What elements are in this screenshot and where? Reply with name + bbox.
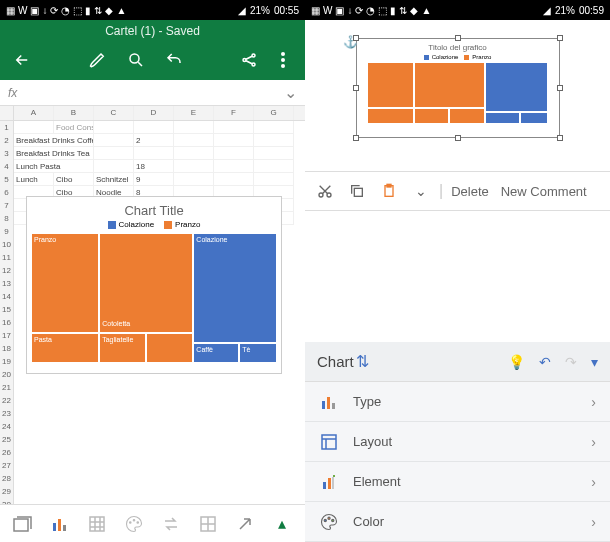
menu-item-element[interactable]: Element › xyxy=(305,462,610,502)
lightbulb-icon[interactable]: 💡 xyxy=(508,354,525,370)
sheet-tabs-icon[interactable] xyxy=(11,512,35,536)
svg-rect-23 xyxy=(332,403,335,409)
svg-rect-7 xyxy=(14,519,28,531)
mini-chart-title: Titolo del grafico xyxy=(367,43,549,52)
svg-point-4 xyxy=(281,52,285,56)
battery-label: 21% xyxy=(250,5,270,16)
svg-point-2 xyxy=(252,54,255,57)
clock-label: 00:55 xyxy=(274,5,299,16)
svg-rect-10 xyxy=(63,525,66,531)
chart-menu: Chart ⇅ 💡 ↶ ↷ ▾ Type › Layout › Element … xyxy=(305,342,610,542)
formula-bar[interactable]: fx ⌄ xyxy=(0,80,305,106)
slide-canvas[interactable]: ⚓ Titolo del grafico ColazionePranzo xyxy=(305,20,610,171)
element-icon xyxy=(319,472,339,492)
dropdown-icon[interactable]: ▾ xyxy=(591,354,598,370)
draw-icon[interactable] xyxy=(88,50,108,70)
svg-rect-25 xyxy=(323,482,326,489)
share-icon[interactable] xyxy=(239,50,259,70)
expand-up-icon[interactable]: ▴ xyxy=(270,512,294,536)
chevron-right-icon: › xyxy=(591,474,596,490)
switch-icon[interactable] xyxy=(159,512,183,536)
chart-icon[interactable] xyxy=(48,512,72,536)
svg-point-29 xyxy=(328,517,330,519)
new-comment-button[interactable]: New Comment xyxy=(497,184,591,199)
svg-point-1 xyxy=(243,59,246,62)
status-bar: ▦W▣↓⟳◔⬚▮⇅◆▲ ◢21% 00:55 xyxy=(0,0,305,20)
spreadsheet[interactable]: A B C D E F G 1Food Consumption 2Breakfa… xyxy=(0,106,305,504)
left-pane: ▦W▣↓⟳◔⬚▮⇅◆▲ ◢21% 00:55 Cartel (1) - Save… xyxy=(0,0,305,542)
treemap-chart[interactable]: Chart Title Colazione Pranzo Pranzo Past… xyxy=(26,196,282,374)
grid-icon[interactable] xyxy=(196,512,220,536)
menu-item-layout[interactable]: Layout › xyxy=(305,422,610,462)
palette-icon[interactable] xyxy=(122,512,146,536)
selected-chart-object[interactable]: ⚓ Titolo del grafico ColazionePranzo xyxy=(356,38,560,138)
chevron-right-icon: › xyxy=(591,514,596,530)
svg-rect-11 xyxy=(90,517,104,531)
context-toolbar: ⌄ | Delete New Comment xyxy=(305,171,610,211)
chevron-down-icon[interactable]: ⌄ xyxy=(284,83,297,102)
status-bar-right: ▦W▣↓⟳◔⬚▮⇅◆▲ ◢21% 00:59 xyxy=(305,0,610,20)
svg-rect-26 xyxy=(328,478,331,489)
undo-icon[interactable] xyxy=(164,50,184,70)
svg-point-3 xyxy=(252,63,255,66)
back-icon[interactable] xyxy=(12,50,32,70)
doc-title: Cartel (1) - Saved xyxy=(0,20,305,42)
layout-icon xyxy=(319,432,339,452)
color-icon xyxy=(319,512,339,532)
redo-icon[interactable]: ↷ xyxy=(565,354,577,370)
svg-rect-27 xyxy=(333,475,335,477)
menu-item-type[interactable]: Type › xyxy=(305,382,610,422)
chart-title: Chart Title xyxy=(27,197,281,220)
delete-button[interactable]: Delete xyxy=(447,184,493,199)
fx-label: fx xyxy=(8,86,17,100)
undo-icon[interactable]: ↶ xyxy=(539,354,551,370)
svg-rect-8 xyxy=(53,523,56,531)
chevron-down-icon[interactable]: ⌄ xyxy=(407,177,435,205)
svg-rect-22 xyxy=(327,397,330,409)
chevron-right-icon: › xyxy=(591,394,596,410)
copy-icon[interactable] xyxy=(343,177,371,205)
collapse-icon[interactable] xyxy=(233,512,257,536)
more-icon[interactable] xyxy=(273,50,293,70)
svg-rect-24 xyxy=(322,435,336,449)
svg-point-6 xyxy=(281,64,285,68)
chevron-right-icon: › xyxy=(591,434,596,450)
svg-rect-21 xyxy=(322,401,325,409)
type-icon xyxy=(319,392,339,412)
bottom-toolbar: ▴ xyxy=(0,504,305,542)
svg-rect-9 xyxy=(58,519,61,531)
svg-point-28 xyxy=(324,519,326,521)
svg-rect-20 xyxy=(387,184,391,187)
menu-item-color[interactable]: Color › xyxy=(305,502,610,542)
svg-point-5 xyxy=(281,58,285,62)
sort-icon[interactable]: ⇅ xyxy=(356,352,369,371)
cut-icon[interactable] xyxy=(311,177,339,205)
search-icon[interactable] xyxy=(126,50,146,70)
table-icon[interactable] xyxy=(85,512,109,536)
clock-label-right: 00:59 xyxy=(579,5,604,16)
menu-title[interactable]: Chart xyxy=(317,353,354,370)
svg-point-12 xyxy=(129,521,131,523)
chart-legend: Colazione Pranzo xyxy=(27,220,281,233)
svg-point-13 xyxy=(133,519,135,521)
right-pane: ▦W▣↓⟳◔⬚▮⇅◆▲ ◢21% 00:59 ⚓ Titolo del graf… xyxy=(305,0,610,542)
app-header: Cartel (1) - Saved xyxy=(0,20,305,80)
svg-point-0 xyxy=(130,54,139,63)
paste-icon[interactable] xyxy=(375,177,403,205)
svg-rect-18 xyxy=(354,188,362,196)
svg-point-14 xyxy=(137,521,139,523)
svg-point-30 xyxy=(332,519,334,521)
